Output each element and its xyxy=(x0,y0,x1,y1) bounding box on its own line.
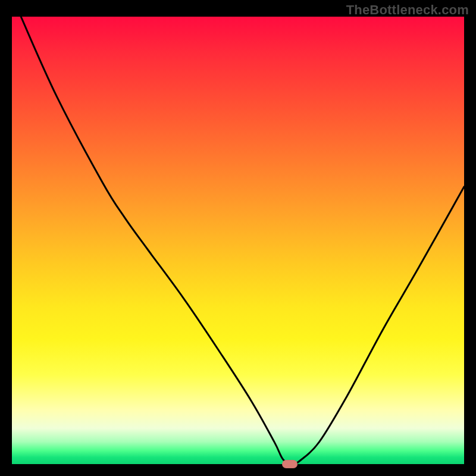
plot-area xyxy=(12,17,464,464)
bottleneck-curve xyxy=(12,17,464,464)
curve-path xyxy=(21,17,464,464)
optimal-marker xyxy=(282,460,298,468)
chart-frame: TheBottleneck.com xyxy=(0,0,476,476)
watermark-text: TheBottleneck.com xyxy=(346,2,469,18)
